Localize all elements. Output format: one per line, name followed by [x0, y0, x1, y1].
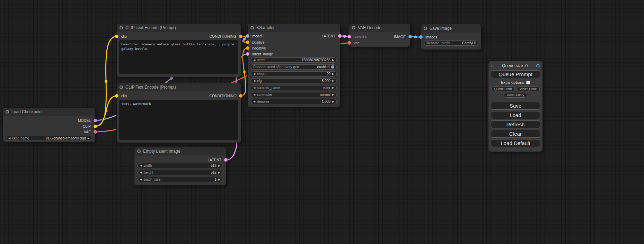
widget-batch-size[interactable]: ◀ batch_size 1 ▶ [138, 177, 223, 182]
input-slot-images[interactable]: images [421, 35, 437, 39]
decrement-arrow-icon[interactable]: ◀ [253, 80, 255, 82]
settings-gear-icon[interactable]: ⚙ [536, 63, 540, 68]
input-slot-clip[interactable]: clip [117, 34, 127, 39]
decrement-arrow-icon[interactable]: ◀ [140, 164, 142, 167]
widget-steps[interactable]: ◀ steps 20 ▶ [251, 71, 337, 76]
node-titlebar[interactable]: VAE Decode [349, 24, 410, 32]
slot-dot-vae[interactable] [347, 41, 351, 45]
toggle-dot[interactable] [331, 65, 334, 69]
widget-sampler-name[interactable]: ◀ sampler_name euler ▶ [251, 85, 337, 90]
widget-cfg[interactable]: ◀ cfg 8.000 ▶ [251, 78, 337, 83]
increment-arrow-icon[interactable]: ▶ [332, 59, 334, 62]
slot-dot-latent[interactable] [246, 52, 249, 56]
node-clip-text-encode-negative[interactable]: CLIP Text Encode (Prompt) clip CONDITION… [117, 83, 241, 143]
input-slot-samples[interactable]: samples [349, 34, 367, 39]
node-clip-text-encode-positive[interactable]: CLIP Text Encode (Prompt) clip CONDITION… [117, 24, 241, 77]
collapse-dot-icon[interactable] [352, 26, 355, 29]
slot-dot-clip[interactable] [115, 94, 118, 98]
node-titlebar[interactable]: Save Image [421, 24, 481, 33]
slot-dot-conditioning[interactable] [239, 94, 242, 98]
widget-filename-prefix[interactable]: filename_prefix ComfyUI [424, 40, 478, 46]
output-slot-conditioning[interactable]: CONDITIONING [209, 93, 241, 98]
queue-prompt-button[interactable]: Queue Prompt [491, 70, 540, 78]
collapse-dot-icon[interactable] [120, 26, 123, 29]
increment-arrow-icon[interactable]: ▶ [332, 73, 334, 75]
decrement-arrow-icon[interactable]: ◀ [8, 137, 10, 140]
widget-seed[interactable]: ◀ seed 156680208700286 ▶ [251, 57, 337, 63]
output-slot-vae[interactable]: VAE [84, 129, 95, 134]
load-default-button[interactable]: Load Default [491, 139, 540, 147]
decrement-arrow-icon[interactable]: ◀ [140, 178, 142, 181]
node-empty-latent-image[interactable]: Empty Latent Image LATENT ◀ width 512 ▶ … [134, 147, 226, 185]
increment-arrow-icon[interactable]: ▶ [88, 137, 90, 140]
slot-dot-conditioning[interactable] [246, 40, 249, 44]
slot-dot-conditioning[interactable] [246, 46, 249, 50]
output-slot-model[interactable]: MODEL [78, 118, 95, 123]
slot-dot-clip[interactable] [94, 125, 97, 128]
comfyui-canvas[interactable]: { "icons": { "left_arrow": "◀", "right_a… [0, 0, 644, 244]
node-ksampler[interactable]: KSampler model positive negative latent_… [248, 24, 340, 107]
widget-denoise[interactable]: ◀ denoise 1.000 ▶ [251, 99, 337, 104]
decrement-arrow-icon[interactable]: ◀ [253, 100, 255, 103]
node-titlebar[interactable]: CLIP Text Encode (Prompt) [117, 83, 241, 91]
load-button[interactable]: Load [491, 111, 540, 119]
prompt-textarea[interactable]: text, watermark [119, 100, 238, 140]
view-queue-button[interactable]: View Queue [517, 87, 540, 91]
collapse-dot-icon[interactable] [120, 85, 123, 89]
prompt-textarea[interactable]: beautiful scenery nature glass bottle la… [119, 40, 238, 74]
increment-arrow-icon[interactable]: ▶ [332, 100, 334, 103]
decrement-arrow-icon[interactable]: ◀ [253, 87, 255, 89]
output-slot-image[interactable]: IMAGE [394, 34, 410, 39]
widget-random-seed-toggle[interactable]: Random seed after every gen enabled [251, 64, 337, 70]
slot-dot-image[interactable] [419, 35, 423, 39]
node-save-image[interactable]: Save Image images filename_prefix ComfyU… [421, 24, 481, 49]
slot-dot-model[interactable] [246, 34, 249, 38]
view-history-button[interactable]: View History [504, 93, 527, 98]
widget-scheduler[interactable]: ◀ scheduler normal ▶ [251, 92, 337, 97]
input-slot-negative[interactable]: negative [248, 46, 266, 51]
input-slot-positive[interactable]: positive [248, 40, 265, 45]
decrement-arrow-icon[interactable]: ◀ [253, 93, 255, 96]
node-titlebar[interactable]: KSampler [248, 24, 340, 32]
widget-ckpt-name[interactable]: ◀ ckpt_name v1-5-pruned-emaonly.ckpt ▶ [6, 136, 92, 141]
increment-arrow-icon[interactable]: ▶ [332, 93, 334, 96]
collapse-dot-icon[interactable] [424, 27, 427, 30]
queue-front-button[interactable]: Queue Front [491, 87, 515, 91]
extra-options-checkbox[interactable] [526, 81, 530, 84]
input-slot-latent-image[interactable]: latent_image [248, 52, 273, 56]
slot-dot-image[interactable] [408, 35, 412, 38]
increment-arrow-icon[interactable]: ▶ [332, 87, 334, 89]
increment-arrow-icon[interactable]: ▶ [218, 178, 220, 181]
slot-dot-latent[interactable] [338, 34, 342, 38]
widget-height[interactable]: ◀ height 512 ▶ [138, 170, 223, 175]
decrement-arrow-icon[interactable]: ◀ [253, 59, 255, 62]
node-titlebar[interactable]: Empty Latent Image [134, 147, 226, 155]
output-slot-latent[interactable]: LATENT [208, 157, 226, 162]
refresh-button[interactable]: Refresh [491, 120, 540, 128]
input-slot-clip[interactable]: clip [117, 93, 127, 98]
increment-arrow-icon[interactable]: ▶ [218, 164, 220, 167]
collapse-dot-icon[interactable] [250, 26, 254, 29]
clear-button[interactable]: Clear [491, 130, 540, 138]
decrement-arrow-icon[interactable]: ◀ [140, 171, 142, 174]
slot-dot-clip[interactable] [115, 35, 118, 38]
collapse-dot-icon[interactable] [137, 150, 141, 153]
output-slot-latent[interactable]: LATENT [322, 34, 340, 38]
slot-dot-latent[interactable] [224, 158, 228, 162]
save-button[interactable]: Save [491, 102, 540, 110]
collapse-dot-icon[interactable] [6, 110, 9, 114]
node-load-checkpoint[interactable]: Load Checkpoint MODEL CLIP VAE ◀ ckpt_na… [3, 108, 95, 142]
drag-handle-icon[interactable]: ⠿ [491, 64, 494, 68]
node-titlebar[interactable]: CLIP Text Encode (Prompt) [117, 24, 241, 32]
input-slot-vae[interactable]: vae [349, 40, 360, 45]
output-slot-conditioning[interactable]: CONDITIONING [209, 34, 241, 39]
slot-dot-model[interactable] [94, 119, 97, 122]
node-titlebar[interactable]: Load Checkpoint [3, 108, 95, 116]
slot-dot-latent[interactable] [347, 35, 351, 38]
increment-arrow-icon[interactable]: ▶ [332, 80, 334, 82]
decrement-arrow-icon[interactable]: ◀ [253, 73, 255, 75]
output-slot-clip[interactable]: CLIP [83, 124, 95, 129]
widget-width[interactable]: ◀ width 512 ▶ [138, 163, 223, 168]
input-slot-model[interactable]: model [248, 34, 262, 38]
slot-dot-vae[interactable] [94, 130, 97, 134]
